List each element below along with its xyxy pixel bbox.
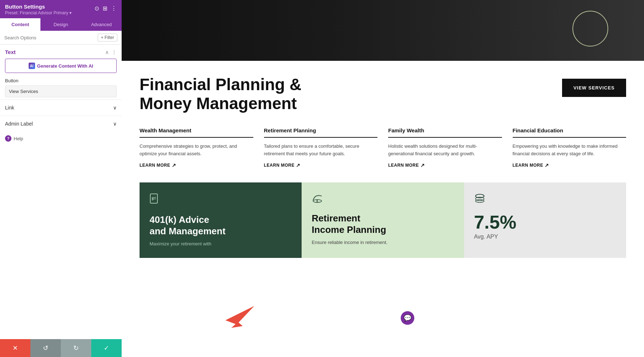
service-item-wealth: Wealth Management Comprehensive strategi… xyxy=(140,127,253,168)
learn-more-label-education: LEARN MORE xyxy=(513,163,543,168)
services-grid: Wealth Management Comprehensive strategi… xyxy=(140,127,626,168)
confirm-button[interactable]: ✓ xyxy=(91,339,122,357)
panel-preset[interactable]: Preset: Financial Advisor Primary ▾ xyxy=(5,10,72,15)
card-401k-icon: $ xyxy=(150,193,292,207)
redo-button[interactable]: ↻ xyxy=(61,339,91,357)
page-title: Financial Planning &Money Management xyxy=(140,75,301,113)
close-icon: ✕ xyxy=(13,344,18,352)
service-title-family: Family Wealth xyxy=(388,127,502,138)
help-label[interactable]: Help xyxy=(14,136,23,141)
panel-search-area: + Filter xyxy=(0,31,122,45)
chat-bubble[interactable]: 💬 xyxy=(401,311,414,325)
card-retirement-income-title: RetirementIncome Planning xyxy=(312,213,454,235)
close-button[interactable]: ✕ xyxy=(0,339,30,357)
panel-header-icons: ⊙ ⊞ ⋮ xyxy=(94,5,117,12)
service-item-family: Family Wealth Holistic wealth solutions … xyxy=(388,127,502,168)
svg-point-8 xyxy=(475,200,484,202)
ai-generate-button[interactable]: AI Generate Content With AI xyxy=(5,59,117,73)
learn-more-label-family: LEARN MORE xyxy=(388,163,419,168)
deco-circle xyxy=(572,11,608,47)
link-collapsible[interactable]: Link ∨ xyxy=(0,99,122,116)
main-section: Financial Planning &Money Management VIE… xyxy=(122,61,644,357)
panel-icon-more[interactable]: ⋮ xyxy=(111,5,117,12)
admin-chevron-icon: ∨ xyxy=(113,121,117,127)
settings-panel: Button Settings Preset: Financial Adviso… xyxy=(0,0,122,357)
panel-tabs: Content Design Advanced xyxy=(0,18,122,31)
learn-more-arrow-retirement: ↗ xyxy=(296,162,301,168)
help-row: ? Help xyxy=(0,132,122,145)
svg-rect-0 xyxy=(150,194,157,203)
button-field-label: Button xyxy=(5,78,117,83)
text-section-header: Text ∧ ⋮ xyxy=(5,49,117,55)
card-401k-title: 401(k) Adviceand Management xyxy=(150,214,292,236)
learn-more-label-wealth: LEARN MORE xyxy=(140,163,170,168)
learn-more-wealth[interactable]: LEARN MORE ↗ xyxy=(140,162,253,168)
learn-more-arrow-education: ↗ xyxy=(545,162,549,168)
text-section: Text ∧ ⋮ AI Generate Content With AI But… xyxy=(0,45,122,99)
learn-more-arrow-wealth: ↗ xyxy=(172,162,176,168)
learn-more-family[interactable]: LEARN MORE ↗ xyxy=(388,162,502,168)
service-item-education: Financial Education Empowering you with … xyxy=(513,127,626,168)
redo-icon: ↻ xyxy=(73,344,79,352)
card-401k-desc: Maximize your retirement with xyxy=(150,240,292,248)
service-title-education: Financial Education xyxy=(513,127,626,138)
learn-more-education[interactable]: LEARN MORE ↗ xyxy=(513,162,626,168)
undo-icon: ↺ xyxy=(43,344,48,352)
admin-label-collapsible[interactable]: Admin Label ∨ xyxy=(0,116,122,132)
ai-button-label: Generate Content With AI xyxy=(37,63,93,69)
hero-section xyxy=(122,0,644,61)
card-apy-subtitle: Avg. APY xyxy=(474,234,616,240)
text-section-title: Text xyxy=(5,49,16,55)
section-collapse-icon[interactable]: ∧ xyxy=(105,49,109,55)
learn-more-label-retirement: LEARN MORE xyxy=(264,163,295,168)
section-header-icons: ∧ ⋮ xyxy=(105,49,117,55)
card-apy-value: 7.5% xyxy=(474,213,616,231)
service-desc-wealth: Comprehensive strategies to grow, protec… xyxy=(140,143,253,158)
service-desc-family: Holistic wealth solutions designed for m… xyxy=(388,143,502,158)
help-icon: ? xyxy=(5,135,11,142)
link-chevron-icon: ∨ xyxy=(113,105,117,111)
ai-icon: AI xyxy=(29,63,35,69)
undo-button[interactable]: ↺ xyxy=(30,339,61,357)
main-preview: Financial Planning &Money Management VIE… xyxy=(122,0,644,357)
service-title-wealth: Wealth Management xyxy=(140,127,253,138)
section-menu-icon[interactable]: ⋮ xyxy=(112,49,117,55)
svg-text:$: $ xyxy=(316,199,318,203)
filter-button[interactable]: + Filter xyxy=(98,34,117,41)
cards-row: $ 401(k) Adviceand Management Maximize y… xyxy=(140,182,626,258)
learn-more-arrow-family: ↗ xyxy=(420,162,425,168)
check-icon: ✓ xyxy=(104,344,109,352)
link-label: Link xyxy=(5,105,14,111)
panel-title: Button Settings xyxy=(5,4,72,10)
panel-header-info: Button Settings Preset: Financial Adviso… xyxy=(5,4,72,15)
services-header: Financial Planning &Money Management VIE… xyxy=(140,75,626,113)
button-text-input[interactable] xyxy=(5,85,117,97)
service-item-retirement: Retirement Planning Tailored plans to en… xyxy=(264,127,378,168)
card-apy-icon xyxy=(474,193,616,206)
card-apy: 7.5% Avg. APY xyxy=(464,182,626,258)
admin-label-text: Admin Label xyxy=(5,121,33,127)
card-retirement-income-desc: Ensure reliable income in retirement. xyxy=(312,239,454,246)
panel-header: Button Settings Preset: Financial Adviso… xyxy=(0,0,122,18)
card-401k: $ 401(k) Adviceand Management Maximize y… xyxy=(140,182,302,258)
tab-content[interactable]: Content xyxy=(0,18,40,31)
service-desc-retirement: Tailored plans to ensure a comfortable, … xyxy=(264,143,378,158)
tab-advanced[interactable]: Advanced xyxy=(81,18,122,31)
service-desc-education: Empowering you with knowledge to make in… xyxy=(513,143,626,158)
service-title-retirement: Retirement Planning xyxy=(264,127,378,138)
learn-more-retirement[interactable]: LEARN MORE ↗ xyxy=(264,162,378,168)
card-retirement-income: $ RetirementIncome Planning Ensure relia… xyxy=(302,182,464,258)
view-services-button[interactable]: VIEW SERVICES xyxy=(562,79,626,97)
bottom-bar: ✕ ↺ ↻ ✓ xyxy=(0,339,122,357)
panel-icon-grid[interactable]: ⊞ xyxy=(103,5,107,12)
tab-design[interactable]: Design xyxy=(40,18,81,31)
card-retirement-icon: $ xyxy=(312,193,454,206)
ai-icon-label: AI xyxy=(30,64,34,68)
svg-text:$: $ xyxy=(152,197,153,201)
search-input[interactable] xyxy=(4,35,95,40)
panel-icon-circle[interactable]: ⊙ xyxy=(94,5,99,12)
